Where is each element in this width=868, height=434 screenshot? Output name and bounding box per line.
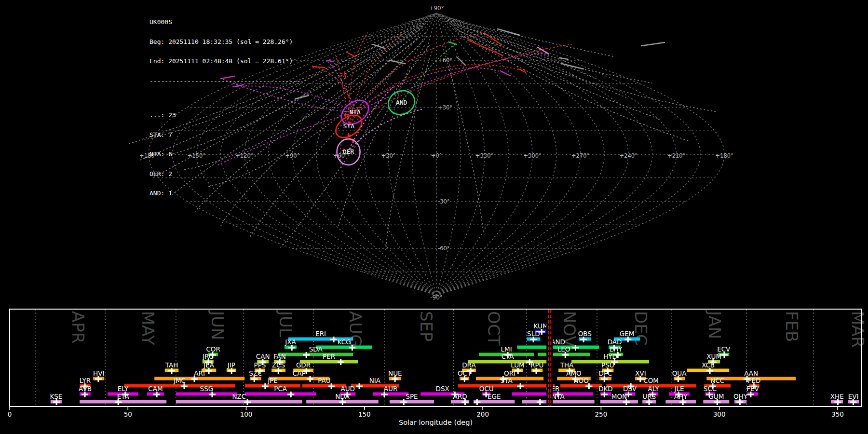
shower-code-lmi: LMI (501, 345, 512, 353)
shower-code-xvi: XVI (635, 369, 646, 377)
activity-bar-ari (154, 377, 244, 380)
shower-code-kse: KSE (50, 393, 62, 400)
shower-code-ari: ARI (194, 369, 205, 377)
gray-meteor-trail (456, 30, 652, 83)
shower-code-aud: AUD (340, 385, 355, 393)
shower-code-oct: OCT (458, 369, 472, 377)
shower-code-gem: GEM (620, 330, 635, 338)
shower-code-aan: AAN (744, 369, 758, 377)
month-label-sep: SEP (417, 311, 436, 342)
activity-timeline: APRMAYJUNJULAUGSEPOCTNOVDECJANFEBMARKUME… (8, 309, 868, 426)
activity-bar-nzc (176, 400, 302, 404)
axis-title: Solar longitude (deg) (399, 419, 473, 426)
sky-map-and-activity-plot: NTASTAOERAND+90°-90°+180°+150°+120°+90°+… (0, 0, 868, 434)
shower-code-eri: ERI (315, 330, 326, 338)
shower-code-xhe: XHE (830, 393, 844, 400)
month-label-jun: JUN (208, 310, 227, 340)
shower-code-ehy: EHY (610, 345, 623, 353)
shower-code-rpu: RPU (530, 361, 543, 369)
shower-label-and: AND (396, 99, 407, 106)
observation-header: UK000S Beg: 20251110 18:32:35 (sol = 228… (149, 6, 300, 210)
shower-code-jip: JIP (227, 361, 235, 369)
shower-code-sda: SDA (309, 345, 323, 353)
shower-code-sld: SLD (527, 330, 540, 338)
shower-code-dpc: DPC (598, 369, 612, 377)
longitude-label: +240° (619, 152, 637, 159)
shower-code-aur: AUR (384, 385, 398, 393)
gray-meteor-trail (386, 48, 433, 250)
activity-bar-noo (560, 384, 602, 388)
gray-meteor-trail (446, 22, 570, 63)
month-label-feb: FEB (782, 311, 801, 342)
shower-code-dsv: DSV (623, 385, 637, 393)
shower-code-evi: EVI (848, 393, 859, 400)
activity-bar-eta (80, 400, 166, 404)
longitude-label: +180° (716, 152, 733, 159)
shower-code-lyr: LYR (80, 377, 91, 384)
shower-code-psu: PSU (601, 361, 614, 369)
axis-tick-label: 100 (240, 410, 253, 418)
shower-code-fan: FAN (273, 353, 286, 360)
shower-code-nue: NUE (388, 369, 402, 377)
radiant-plus-marker (344, 113, 348, 117)
activity-bar-jpe (245, 384, 300, 388)
axis-tick-label: 200 (476, 410, 489, 418)
shower-code-jpe: JPE (267, 377, 278, 384)
count-and: AND: 1 (149, 190, 300, 197)
shower-code-jle: JLE (674, 385, 684, 393)
month-label-mar: MAR (848, 311, 868, 348)
activity-bar-kcg (316, 346, 372, 349)
shower-code-cta: CTA (502, 353, 515, 360)
red-meteor-streak (486, 34, 502, 45)
gray-meteor-streak (498, 29, 520, 35)
pole-label-south: -90° (430, 294, 443, 301)
latitude-label: +30° (438, 104, 452, 111)
red-meteor-trail (349, 65, 527, 126)
red-meteor-streak (312, 67, 325, 68)
count-sta: STA: 7 (149, 132, 300, 138)
longitude-label: +270° (571, 152, 589, 159)
month-label-jul: JUL (276, 310, 295, 337)
shower-code-fed: FED (748, 377, 761, 384)
shower-code-jxa: JXA (285, 338, 296, 346)
station-id: UK000S (149, 19, 300, 26)
shower-code-pps: PPS (254, 361, 266, 369)
shower-code-ocu: OCU (479, 385, 494, 393)
magenta-meteor-trail (355, 68, 505, 112)
activity-bar-pau (302, 384, 346, 388)
shower-code-ecv: ECV (717, 345, 731, 353)
shower-code-hvi: HVI (93, 369, 104, 377)
shower-code-spe: SPE (406, 393, 418, 400)
gray-meteor-streak (457, 57, 465, 65)
activity-bar-mon (600, 400, 638, 404)
shower-code-obs: OBS (578, 330, 592, 338)
gray-meteor-trail (281, 46, 429, 247)
latitude-label: -30° (438, 198, 450, 205)
green-meteor-trail (401, 43, 456, 102)
meteor-station-summary-screen: UK000S Beg: 20251110 18:32:35 (sol = 228… (0, 0, 868, 434)
shower-code-tha: THA (560, 361, 574, 369)
axis-tick-label: 50 (124, 410, 132, 418)
shower-code-avb: AVB (79, 385, 92, 393)
shower-code-szc: SZC (249, 369, 262, 377)
activity-bar-sta (458, 384, 555, 388)
shower-code-nzc: NZC (232, 393, 246, 400)
month-label-apr: APR (68, 311, 88, 343)
pole-label-north: +90° (429, 5, 444, 12)
longitude-label: +60° (333, 152, 348, 159)
shower-code-lum: LUM (511, 361, 524, 369)
divider-line: ---------------------------------------- (149, 78, 300, 84)
gray-meteor-trail (462, 36, 718, 112)
gray-meteor-streak (641, 42, 665, 46)
latitude-label: -60° (438, 245, 450, 252)
shower-code-fev: FEV (746, 385, 759, 393)
shower-code-urs: URS (642, 393, 656, 400)
shower-code-noo: NOO (574, 377, 589, 384)
longitude-label: +0° (431, 152, 442, 159)
shower-code-gum: GUM (708, 393, 724, 400)
red-meteor-trail (349, 44, 571, 126)
shower-code-cap: CAP (293, 369, 306, 377)
shower-code-per: PER (323, 353, 335, 360)
shower-code-pca: PCA (274, 385, 287, 393)
shower-code-dsx: DSX (436, 385, 449, 393)
